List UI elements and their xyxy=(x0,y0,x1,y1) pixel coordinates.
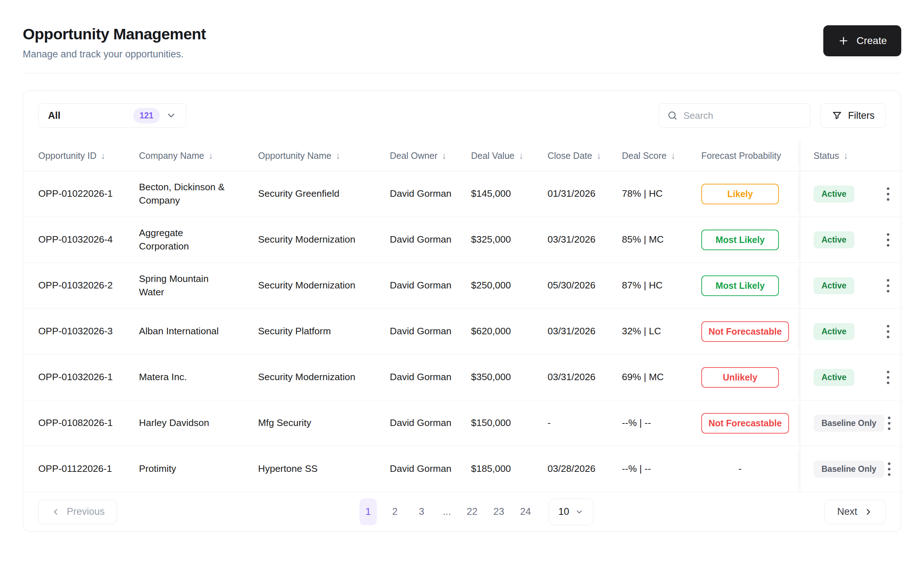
status-badge: Baseline Only xyxy=(813,415,884,432)
plus-icon xyxy=(838,35,849,46)
table-toolbar: All 121 Filters xyxy=(23,91,901,128)
search-input[interactable] xyxy=(684,110,802,121)
page-list: 123...222324 xyxy=(360,499,534,525)
table-row: OPP-01122026-1 Protimity Hypertone SS Da… xyxy=(23,446,901,492)
cell-close-date: 03/31/2026 xyxy=(548,217,622,263)
filter-dropdown-all[interactable]: All 121 xyxy=(38,103,186,128)
cell-deal-value: $150,000 xyxy=(471,400,548,446)
chevron-down-icon xyxy=(575,508,584,516)
row-actions-kebab-icon[interactable] xyxy=(883,367,893,388)
cell-company-name: Aggregate Corporation xyxy=(139,217,258,263)
status-badge: Active xyxy=(813,231,854,248)
table-body: OPP-01022026-1 Becton, Dickinson & Compa… xyxy=(23,171,901,492)
cell-opportunity-name: Security Modernization xyxy=(258,354,390,400)
cell-status: Baseline Only xyxy=(800,400,902,446)
opportunities-card: All 121 Filters xyxy=(23,91,901,532)
cell-status: Active xyxy=(800,354,901,400)
sort-descending-icon: ↓ xyxy=(671,150,676,161)
forecast-badge: Not Forecastable xyxy=(701,413,789,433)
status-badge: Baseline Only xyxy=(813,461,884,478)
column-header-opportunity-name[interactable]: Opportunity Name↓ xyxy=(258,141,390,171)
page-size-select[interactable]: 10 xyxy=(549,499,593,525)
page-button-3[interactable]: 3 xyxy=(413,499,430,525)
toolbar-right: Filters xyxy=(659,103,886,128)
table-header-row: Opportunity ID↓ Company Name↓ Opportunit… xyxy=(23,141,901,171)
forecast-badge: Most Likely xyxy=(701,275,779,296)
previous-page-button[interactable]: Previous xyxy=(38,499,117,524)
page-header-text: Opportunity Management Manage and track … xyxy=(23,25,206,60)
pagination-bar: Previous 123...222324 10 Next xyxy=(23,492,901,531)
cell-status: Active xyxy=(800,309,901,354)
column-header-deal-owner[interactable]: Deal Owner↓ xyxy=(390,141,471,171)
page-button-2[interactable]: 2 xyxy=(386,499,404,525)
forecast-badge: Most Likely xyxy=(701,230,779,250)
sort-descending-icon: ↓ xyxy=(101,150,106,161)
cell-deal-score: 87% | HC xyxy=(622,263,701,308)
cell-opportunity-name: Mfg Security xyxy=(258,400,390,446)
next-page-label: Next xyxy=(837,506,857,518)
cell-company-name: Becton, Dickinson & Company xyxy=(139,171,258,217)
page-controls: 123...222324 10 xyxy=(360,499,593,525)
sort-descending-icon: ↓ xyxy=(519,150,523,161)
column-header-opportunity-id[interactable]: Opportunity ID↓ xyxy=(23,141,139,171)
column-header-deal-score[interactable]: Deal Score↓ xyxy=(622,141,701,171)
cell-forecast-probability: - xyxy=(701,446,800,492)
row-actions-kebab-icon[interactable] xyxy=(883,230,893,250)
sort-descending-icon: ↓ xyxy=(336,150,340,161)
cell-close-date: 03/31/2026 xyxy=(548,309,622,354)
table-row: OPP-01032026-2 Spring Mountain Water Sec… xyxy=(23,263,901,309)
row-actions-kebab-icon[interactable] xyxy=(884,413,894,433)
cell-opportunity-name: Security Platform xyxy=(258,309,390,354)
sort-descending-icon: ↓ xyxy=(209,150,213,161)
cell-status: Active xyxy=(800,217,901,263)
cell-deal-score: 85% | MC xyxy=(622,217,701,263)
search-icon xyxy=(667,110,678,121)
row-actions-kebab-icon[interactable] xyxy=(884,459,894,480)
cell-deal-owner: David Gorman xyxy=(390,217,471,263)
page-subtitle: Manage and track your opportunities. xyxy=(23,49,206,60)
cell-deal-score: --% | -- xyxy=(622,400,701,446)
cell-close-date: 03/31/2026 xyxy=(548,354,622,400)
cell-company-name: Spring Mountain Water xyxy=(139,263,258,308)
table-row: OPP-01032026-4 Aggregate Corporation Sec… xyxy=(23,217,901,263)
column-header-status[interactable]: Status↓ xyxy=(800,141,901,171)
page-ellipsis: ... xyxy=(440,506,454,518)
page-button-1[interactable]: 1 xyxy=(360,499,377,525)
page-button-22[interactable]: 22 xyxy=(464,499,481,525)
cell-forecast-probability: Unlikely xyxy=(701,354,800,400)
status-badge: Active xyxy=(813,369,854,386)
column-header-deal-value[interactable]: Deal Value↓ xyxy=(471,141,548,171)
row-actions-kebab-icon[interactable] xyxy=(883,275,893,296)
cell-deal-owner: David Gorman xyxy=(390,446,471,492)
cell-opportunity-id: OPP-01032026-1 xyxy=(23,354,139,400)
create-button[interactable]: Create xyxy=(823,25,901,56)
funnel-icon xyxy=(832,110,842,121)
column-header-company-name[interactable]: Company Name↓ xyxy=(139,141,258,171)
cell-deal-value: $620,000 xyxy=(471,309,548,354)
cell-opportunity-name: Security Modernization xyxy=(258,217,390,263)
forecast-dash: - xyxy=(701,462,779,475)
header-divider xyxy=(23,73,901,73)
cell-company-name: Alban International xyxy=(139,309,258,354)
cell-deal-score: 32% | LC xyxy=(622,309,701,354)
filters-button[interactable]: Filters xyxy=(820,103,886,128)
chevron-right-icon xyxy=(864,507,873,517)
cell-forecast-probability: Likely xyxy=(701,171,800,217)
sort-descending-icon: ↓ xyxy=(843,150,848,161)
cell-forecast-probability: Not Forecastable xyxy=(701,400,800,446)
page-button-24[interactable]: 24 xyxy=(517,499,534,525)
forecast-badge: Unlikely xyxy=(701,367,779,388)
search-box xyxy=(659,103,810,128)
column-header-close-date[interactable]: Close Date↓ xyxy=(548,141,622,171)
cell-deal-score: 78% | HC xyxy=(622,171,701,217)
cell-opportunity-id: OPP-01032026-3 xyxy=(23,309,139,354)
page-button-23[interactable]: 23 xyxy=(490,499,508,525)
row-actions-kebab-icon[interactable] xyxy=(883,321,893,342)
cell-deal-owner: David Gorman xyxy=(390,354,471,400)
row-actions-kebab-icon[interactable] xyxy=(883,184,893,204)
cell-company-name: Protimity xyxy=(139,446,258,492)
status-badge: Active xyxy=(813,185,854,203)
cell-deal-owner: David Gorman xyxy=(390,309,471,354)
next-page-button[interactable]: Next xyxy=(824,499,886,524)
cell-close-date: 03/28/2026 xyxy=(548,446,622,492)
